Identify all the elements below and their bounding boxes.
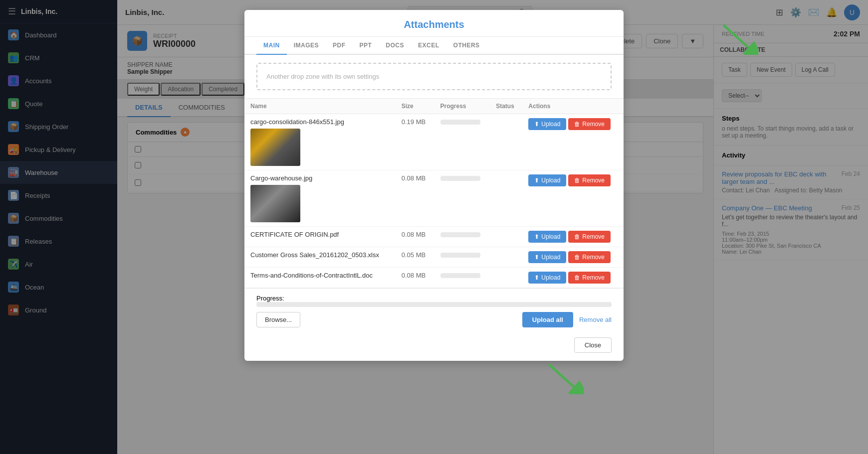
file-status-4 bbox=[490, 247, 522, 268]
file-size-1: 0.19 MB bbox=[396, 114, 434, 170]
modal-tab-pdf[interactable]: PDF bbox=[326, 37, 353, 55]
file-actions-5: ⬆ Upload 🗑 Remove bbox=[528, 272, 618, 284]
modal-overlay[interactable]: Attachments MAIN IMAGES PDF PPT DOCS EXC… bbox=[0, 0, 868, 454]
progress-3 bbox=[440, 232, 480, 237]
col-name: Name bbox=[244, 99, 396, 114]
file-size-3: 0.08 MB bbox=[396, 227, 434, 247]
file-status-5 bbox=[490, 268, 522, 288]
file-row-3: CERTIFICATE OF ORIGIN.pdf 0.08 MB ⬆ bbox=[244, 227, 624, 247]
upload-btn-2[interactable]: ⬆ Upload bbox=[528, 174, 566, 186]
progress-row: Progress: bbox=[256, 295, 612, 307]
file-row-4: Customer Gross Sales_20161202_0503.xlsx … bbox=[244, 247, 624, 268]
trash-icon-4: 🗑 bbox=[574, 254, 580, 261]
file-thumbnail-2 bbox=[250, 185, 300, 222]
file-row-1: cargo-consolidation-846x551.jpg 0.19 MB bbox=[244, 114, 624, 170]
progress-2 bbox=[440, 176, 480, 181]
file-size-2: 0.08 MB bbox=[396, 170, 434, 227]
upload-icon-5: ⬆ bbox=[534, 274, 539, 281]
progress-5 bbox=[440, 273, 480, 278]
modal-tab-images[interactable]: IMAGES bbox=[287, 37, 326, 55]
upload-all-button[interactable]: Upload all bbox=[522, 312, 573, 327]
file-name-1: cargo-consolidation-846x551.jpg bbox=[250, 118, 390, 126]
upload-icon-3: ⬆ bbox=[534, 233, 539, 240]
modal-tab-main[interactable]: MAIN bbox=[256, 37, 287, 55]
file-name-5: Terms-and-Conditions-of-ContractIntlL.do… bbox=[250, 272, 390, 279]
trash-icon-1: 🗑 bbox=[574, 121, 580, 128]
file-status-2 bbox=[490, 170, 522, 227]
file-actions-3: ⬆ Upload 🗑 Remove bbox=[528, 231, 618, 243]
modal-title: Attachments bbox=[256, 19, 612, 30]
remove-btn-5[interactable]: 🗑 Remove bbox=[568, 272, 611, 284]
progress-label: Progress: bbox=[256, 295, 284, 302]
progress-4 bbox=[440, 253, 480, 258]
file-row-2: Cargo-warehouse.jpg 0.08 MB bbox=[244, 170, 624, 227]
green-arrow-top bbox=[718, 20, 758, 55]
modal-footer: Progress: Browse... Upload all Remove al… bbox=[244, 288, 624, 333]
modal-tab-docs[interactable]: DOCS bbox=[379, 37, 411, 55]
file-actions-4: ⬆ Upload 🗑 Remove bbox=[528, 251, 618, 263]
remove-btn-3[interactable]: 🗑 Remove bbox=[568, 231, 611, 243]
remove-btn-2[interactable]: 🗑 Remove bbox=[568, 174, 611, 186]
upload-btn-3[interactable]: ⬆ Upload bbox=[528, 231, 566, 243]
upload-icon-1: ⬆ bbox=[534, 121, 539, 128]
file-actions-2: ⬆ Upload 🗑 Remove bbox=[528, 174, 618, 186]
browse-button[interactable]: Browse... bbox=[256, 312, 300, 327]
file-status-1 bbox=[490, 114, 522, 170]
modal-tab-ppt[interactable]: PPT bbox=[353, 37, 379, 55]
modal-header: Attachments bbox=[244, 10, 624, 37]
remove-btn-4[interactable]: 🗑 Remove bbox=[568, 251, 611, 263]
file-thumbnail-1 bbox=[250, 129, 300, 166]
file-name-3: CERTIFICATE OF ORIGIN.pdf bbox=[250, 231, 390, 238]
footer-actions: Browse... Upload all Remove all bbox=[256, 312, 612, 327]
file-size-5: 0.08 MB bbox=[396, 268, 434, 288]
close-button[interactable]: Close bbox=[574, 337, 612, 353]
files-table: Name Size Progress Status Actions cargo-… bbox=[244, 98, 624, 288]
col-status: Status bbox=[490, 99, 522, 114]
remove-all-button[interactable]: Remove all bbox=[579, 316, 612, 323]
modal-tabs: MAIN IMAGES PDF PPT DOCS EXCEL OTHERS bbox=[244, 37, 624, 55]
upload-btn-5[interactable]: ⬆ Upload bbox=[528, 272, 566, 284]
col-size: Size bbox=[396, 99, 434, 114]
svg-line-3 bbox=[549, 364, 574, 387]
upload-btn-4[interactable]: ⬆ Upload bbox=[528, 251, 566, 263]
file-name-4: Customer Gross Sales_20161202_0503.xlsx bbox=[250, 251, 390, 259]
upload-btn-1[interactable]: ⬆ Upload bbox=[528, 118, 566, 130]
drop-zone[interactable]: Another drop zone with its own settings bbox=[256, 63, 612, 90]
footer-right: Upload all Remove all bbox=[522, 312, 612, 327]
trash-icon-5: 🗑 bbox=[574, 274, 580, 281]
progress-1 bbox=[440, 120, 480, 125]
col-progress: Progress bbox=[434, 99, 490, 114]
trash-icon-3: 🗑 bbox=[574, 233, 580, 240]
file-status-3 bbox=[490, 227, 522, 247]
col-actions: Actions bbox=[522, 99, 624, 114]
file-name-2: Cargo-warehouse.jpg bbox=[250, 174, 390, 182]
attachments-modal: Attachments MAIN IMAGES PDF PPT DOCS EXC… bbox=[244, 10, 624, 361]
file-actions-1: ⬆ Upload 🗑 Remove bbox=[528, 118, 618, 130]
modal-tab-excel[interactable]: EXCEL bbox=[411, 37, 446, 55]
upload-icon-2: ⬆ bbox=[534, 177, 539, 184]
file-row-5: Terms-and-Conditions-of-ContractIntlL.do… bbox=[244, 268, 624, 288]
file-size-4: 0.05 MB bbox=[396, 247, 434, 268]
green-arrow-bottom bbox=[544, 359, 584, 394]
upload-icon-4: ⬆ bbox=[534, 254, 539, 261]
modal-tab-others[interactable]: OTHERS bbox=[446, 37, 487, 55]
drop-zone-text: Another drop zone with its own settings bbox=[266, 73, 379, 80]
trash-icon-2: 🗑 bbox=[574, 177, 580, 184]
total-progress-bar bbox=[256, 302, 612, 307]
remove-btn-1[interactable]: 🗑 Remove bbox=[568, 118, 611, 130]
svg-line-1 bbox=[723, 25, 748, 47]
